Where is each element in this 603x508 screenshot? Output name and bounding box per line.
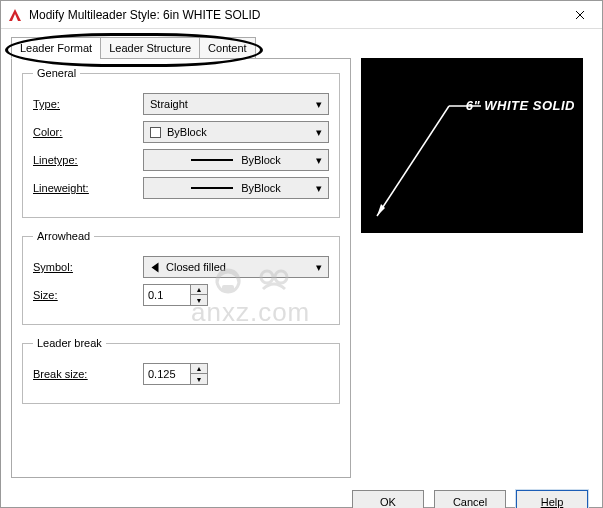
lineweight-select[interactable]: ByBlock ▾ xyxy=(143,177,329,199)
svg-line-1 xyxy=(377,106,449,216)
symbol-value: Closed filled xyxy=(166,261,226,273)
color-swatch-icon xyxy=(150,127,161,138)
type-value: Straight xyxy=(150,98,188,110)
cancel-button[interactable]: Cancel xyxy=(434,490,506,508)
preview-text: 6" WHITE SOLID xyxy=(466,98,575,113)
linetype-preview-icon xyxy=(191,159,233,161)
tab-leader-format[interactable]: Leader Format xyxy=(11,37,101,59)
lineweight-label: Lineweight: xyxy=(33,182,143,194)
leaderbreak-group: Leader break Break size: ▲ ▼ xyxy=(22,337,340,404)
help-button[interactable]: Help xyxy=(516,490,588,508)
tabs-bar: Leader Format Leader Structure Content xyxy=(11,37,351,59)
linetype-select[interactable]: ByBlock ▾ xyxy=(143,149,329,171)
linetype-value: ByBlock xyxy=(241,154,281,166)
type-select[interactable]: Straight ▾ xyxy=(143,93,329,115)
arrowhead-legend: Arrowhead xyxy=(33,230,94,242)
breaksize-spin-down[interactable]: ▼ xyxy=(191,374,207,384)
general-legend: General xyxy=(33,67,80,79)
chevron-down-icon: ▾ xyxy=(316,98,322,111)
type-label: Type: xyxy=(33,98,143,110)
chevron-down-icon: ▾ xyxy=(316,182,322,195)
close-button[interactable] xyxy=(558,1,602,29)
breaksize-spin-up[interactable]: ▲ xyxy=(191,364,207,374)
content-area: Leader Format Leader Structure Content G… xyxy=(1,29,602,478)
color-value: ByBlock xyxy=(167,126,207,138)
preview-pane: 6" WHITE SOLID xyxy=(361,58,583,233)
arrowhead-icon xyxy=(152,262,159,272)
tab-leader-structure[interactable]: Leader Structure xyxy=(100,37,200,59)
general-group: General Type: Straight ▾ Color: xyxy=(22,67,340,218)
symbol-select[interactable]: Closed filled ▾ xyxy=(143,256,329,278)
tab-content[interactable]: Content xyxy=(199,37,256,59)
breaksize-label: Break size: xyxy=(33,368,143,380)
lineweight-value: ByBlock xyxy=(241,182,281,194)
main-area: Leader Format Leader Structure Content G… xyxy=(11,37,592,478)
color-label: Color: xyxy=(33,126,143,138)
chevron-down-icon: ▾ xyxy=(316,154,322,167)
leaderbreak-legend: Leader break xyxy=(33,337,106,349)
color-select[interactable]: ByBlock ▾ xyxy=(143,121,329,143)
linetype-label: Linetype: xyxy=(33,154,143,166)
size-input[interactable] xyxy=(143,284,191,306)
leader-line-icon xyxy=(361,58,583,233)
app-logo-icon xyxy=(7,7,23,23)
titlebar: Modify Multileader Style: 6in WHITE SOLI… xyxy=(1,1,602,29)
size-spin-up[interactable]: ▲ xyxy=(191,285,207,295)
dialog-window: Modify Multileader Style: 6in WHITE SOLI… xyxy=(0,0,603,508)
symbol-label: Symbol: xyxy=(33,261,143,273)
arrowhead-group: Arrowhead Symbol: Closed filled ▾ Size: xyxy=(22,230,340,325)
tab-panel: General Type: Straight ▾ Color: xyxy=(11,58,351,478)
button-bar: OK Cancel Help xyxy=(1,478,602,508)
size-spin-down[interactable]: ▼ xyxy=(191,295,207,305)
breaksize-input[interactable] xyxy=(143,363,191,385)
ok-button[interactable]: OK xyxy=(352,490,424,508)
size-label: Size: xyxy=(33,289,143,301)
left-column: Leader Format Leader Structure Content G… xyxy=(11,37,351,478)
window-title: Modify Multileader Style: 6in WHITE SOLI… xyxy=(29,8,558,22)
chevron-down-icon: ▾ xyxy=(316,261,322,274)
lineweight-preview-icon xyxy=(191,187,233,189)
chevron-down-icon: ▾ xyxy=(316,126,322,139)
